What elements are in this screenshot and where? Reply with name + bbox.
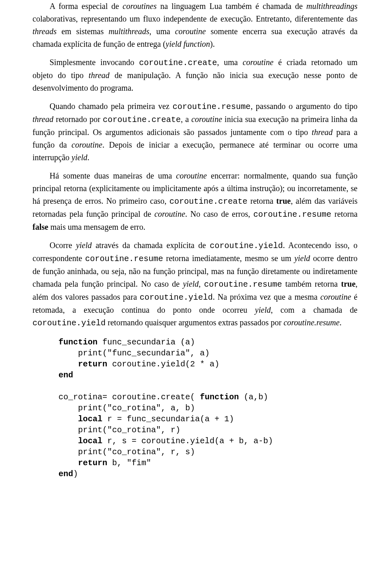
- italic-term: coroutine: [191, 115, 222, 124]
- bold-term: true: [341, 279, 355, 288]
- paragraph-4: Há somente duas maneiras de uma coroutin…: [32, 170, 358, 233]
- code-keyword: local: [78, 414, 102, 424]
- code-keyword: end: [58, 370, 73, 380]
- text: retorna: [332, 209, 358, 218]
- code-text: [58, 458, 78, 468]
- italic-term: coroutine: [176, 171, 207, 180]
- paragraph-3: Quando chamado pela primeira vez corouti…: [32, 100, 358, 164]
- code-inline: coroutine.resume: [254, 210, 332, 219]
- code-inline: coroutine.yield: [32, 318, 106, 328]
- text: . Na próxima vez que a mesma: [213, 292, 321, 301]
- code-inline: coroutine.resume: [85, 254, 163, 264]
- italic-term: multithreads: [108, 27, 149, 36]
- text: retorna: [247, 196, 276, 205]
- code-text: print("co_rotina", a, b): [58, 403, 195, 413]
- code-keyword: return: [78, 359, 107, 369]
- italic-term: coroutines: [123, 2, 157, 11]
- text: colaborativas, representando um fluxo in…: [32, 14, 358, 23]
- italic-term: thread: [32, 115, 53, 124]
- code-inline: coroutine.create: [139, 58, 217, 68]
- text: .: [87, 153, 89, 162]
- text: , passando o argumento do tipo: [251, 102, 358, 111]
- paragraph-5: Ocorre yield através da chamada explícit…: [32, 239, 358, 329]
- code-text: b, "fim": [107, 458, 151, 468]
- code-text: print("co_rotina", r, s): [58, 447, 195, 457]
- italic-term: yield: [76, 241, 92, 250]
- text: em sistemas: [56, 27, 108, 36]
- code-inline: coroutine.yield: [140, 293, 213, 302]
- text: Ocorre: [50, 241, 76, 250]
- code-text: ): [73, 469, 78, 479]
- paragraph-1: A forma especial de coroutines na lingua…: [32, 0, 358, 50]
- code-text: r, s = coroutine.yield(a + b, a-b): [102, 436, 273, 446]
- code-inline: coroutine.create: [103, 115, 181, 124]
- code-keyword: local: [78, 436, 102, 446]
- text: Há somente duas maneiras de uma: [50, 171, 176, 180]
- text: mais uma mensagem de erro.: [48, 222, 145, 231]
- text: através da chamada explícita de: [92, 241, 210, 250]
- italic-term: coroutine: [175, 27, 206, 36]
- italic-term: multithreadings: [306, 2, 358, 11]
- page-content: A forma especial de coroutines na lingua…: [0, 0, 390, 588]
- text: retornando quaisquer argumentos extras p…: [106, 318, 284, 327]
- bold-term: true: [276, 196, 291, 205]
- text: ,: [199, 279, 204, 288]
- code-text: r = func_secundaria(a + 1): [102, 414, 234, 424]
- code-text: func_secundaria (a): [98, 338, 195, 347]
- code-keyword: end: [58, 469, 73, 479]
- code-text: (a,b): [239, 392, 268, 402]
- code-inline: coroutine.yield: [210, 241, 283, 250]
- text: .: [340, 318, 342, 327]
- code-text: [58, 414, 78, 424]
- text: retornado por: [53, 115, 102, 124]
- code-text: print("func_secundaria", a): [58, 348, 210, 358]
- text: , uma: [150, 27, 175, 36]
- italic-term: coroutine: [243, 58, 273, 67]
- text: na linguagem Lua também é chamada de: [157, 2, 307, 11]
- italic-term: coroutine.resume: [284, 318, 340, 327]
- italic-term: yield: [183, 279, 199, 288]
- italic-term: yield function: [166, 39, 210, 48]
- italic-term: thread: [89, 71, 109, 80]
- code-inline: coroutine.resume: [204, 280, 282, 289]
- text: , uma: [217, 58, 243, 67]
- code-text: [58, 436, 78, 446]
- text: ).: [210, 39, 215, 48]
- code-keyword: return: [78, 458, 107, 468]
- italic-term: yield: [72, 153, 87, 162]
- italic-term: thread: [312, 128, 332, 137]
- code-text: co_rotina= coroutine.create(: [58, 392, 200, 402]
- text: A forma especial de: [50, 2, 123, 11]
- italic-term: coroutine: [320, 292, 351, 301]
- italic-term: threads: [32, 27, 56, 36]
- text: , a: [181, 115, 191, 124]
- paragraph-2: Simplesmente invocando coroutine.create,…: [32, 56, 358, 94]
- code-text: [58, 359, 78, 369]
- text: também retorna: [282, 279, 341, 288]
- bold-term: false: [32, 222, 48, 231]
- code-inline: coroutine.create: [169, 197, 247, 206]
- text: Simplesmente invocando: [50, 58, 139, 67]
- code-block: function func_secundaria (a) print("func…: [58, 337, 358, 479]
- code-inline: coroutine.resume: [173, 102, 251, 111]
- italic-term: yield: [294, 254, 310, 263]
- italic-term: yield: [255, 305, 271, 314]
- text: retorna imediatamente, mesmo se um: [163, 254, 294, 263]
- text: , com a chamada de: [271, 305, 358, 314]
- italic-term: coroutine: [72, 140, 102, 149]
- text: . No caso de erros,: [185, 209, 254, 218]
- code-text: print("co_rotina", r): [58, 425, 180, 435]
- code-keyword: function: [58, 338, 98, 347]
- italic-term: coroutine: [154, 209, 185, 218]
- code-text: coroutine.yield(2 * a): [107, 359, 219, 369]
- code-keyword: function: [200, 392, 239, 402]
- text: Quando chamado pela primeira vez: [50, 102, 173, 111]
